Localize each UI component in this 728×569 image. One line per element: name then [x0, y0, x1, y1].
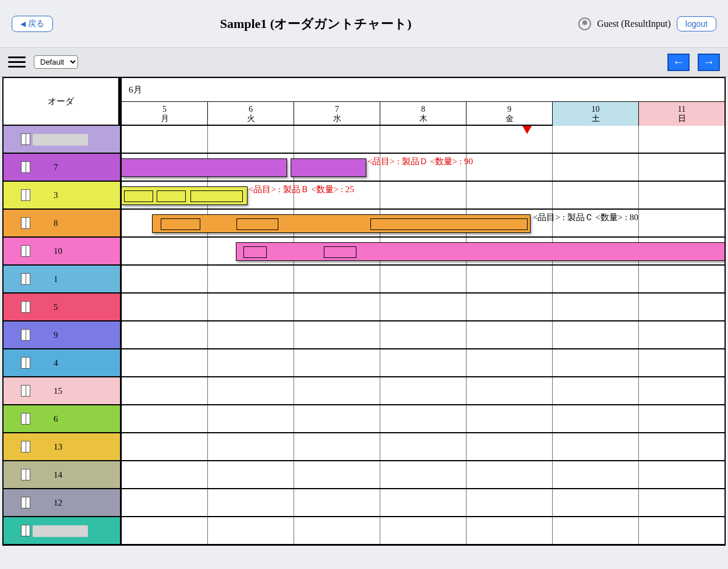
drag-handle-icon[interactable]: [21, 329, 30, 341]
timeline-row: [122, 126, 725, 154]
drag-handle-icon[interactable]: [21, 301, 30, 313]
gantt-chart: オーダ 273810159415613141211 6月 5月6火7水8木9金1…: [2, 77, 726, 546]
gantt-sub-bar[interactable]: [157, 190, 186, 202]
order-row[interactable]: 9: [3, 321, 120, 349]
back-button[interactable]: ◀ 戻る: [12, 16, 53, 32]
drag-handle-icon[interactable]: [21, 441, 30, 453]
order-id: 1: [54, 274, 58, 284]
timeline-row: [122, 349, 725, 377]
gantt-sub-bar[interactable]: [370, 218, 528, 230]
order-id: 8: [54, 218, 58, 228]
order-id: 10: [54, 246, 62, 256]
arrow-left-icon: ←: [673, 55, 684, 69]
drag-handle-icon[interactable]: [21, 161, 30, 173]
timeline-row: [122, 433, 725, 461]
gantt-sub-bar[interactable]: [236, 218, 278, 230]
gantt-bar-label: <品目> : 製品Ｂ <数量> : 25: [249, 184, 354, 195]
scroll-right-button[interactable]: →: [698, 54, 720, 71]
toolbar: Default ← →: [0, 48, 728, 77]
order-id: 11: [54, 526, 62, 536]
app-header: ◀ 戻る Sample1 (オーダガントチャート) Guest (ResultI…: [0, 0, 728, 48]
order-row[interactable]: 2: [3, 126, 120, 154]
timeline-row: [122, 294, 725, 321]
user-label: Guest (ResultInput): [597, 19, 671, 29]
drag-handle-icon[interactable]: [21, 385, 30, 397]
gantt-sub-bar[interactable]: [124, 190, 153, 202]
timeline-row: [122, 461, 725, 489]
order-row[interactable]: 12: [3, 489, 120, 517]
order-row[interactable]: 5: [3, 294, 120, 321]
timeline-row: [122, 489, 725, 517]
day-header: 11日: [639, 102, 725, 126]
order-id: 15: [54, 386, 62, 396]
order-row[interactable]: 7: [3, 154, 120, 182]
order-id: 5: [54, 302, 58, 312]
order-row[interactable]: 10: [3, 238, 120, 266]
back-label: 戻る: [28, 19, 44, 29]
timeline-row: [122, 405, 725, 433]
order-row[interactable]: 3: [3, 182, 120, 210]
order-id: 7: [54, 162, 58, 172]
order-row[interactable]: 1: [3, 266, 120, 294]
now-marker-icon: [522, 126, 532, 134]
order-row[interactable]: 8: [3, 210, 120, 238]
timeline-row: [122, 377, 725, 405]
day-header: 5月: [122, 102, 208, 126]
order-id: 4: [54, 358, 58, 368]
drag-handle-icon[interactable]: [21, 357, 30, 369]
menu-icon[interactable]: [8, 54, 26, 70]
days-row: 5月6火7水8木9金10土11日: [122, 102, 725, 126]
timeline-row: [122, 517, 725, 545]
order-id: 14: [54, 470, 62, 480]
order-id: 13: [54, 442, 62, 452]
gantt-timeline[interactable]: 6月 5月6火7水8木9金10土11日 <品目> : 製品Ｄ <数量> : 90…: [120, 78, 725, 545]
arrow-right-icon: →: [703, 55, 715, 69]
gantt-sub-bar[interactable]: [190, 190, 243, 202]
gantt-bar-label: <品目> : 製品Ｄ <数量> : 90: [367, 156, 473, 167]
gantt-bar[interactable]: [291, 158, 366, 177]
drag-handle-icon[interactable]: [21, 245, 30, 257]
gantt-sub-bar[interactable]: [324, 246, 356, 258]
month-label: 6月: [122, 78, 725, 102]
gantt-sub-bar[interactable]: [243, 246, 267, 258]
timeline-row: [122, 266, 725, 294]
drag-handle-icon[interactable]: [21, 497, 30, 508]
order-row[interactable]: 6: [3, 405, 120, 433]
gantt-bar-label: <品目> : 製品Ｃ <数量> : 80: [533, 212, 638, 223]
gantt-bar[interactable]: [122, 158, 287, 177]
order-id: 3: [54, 190, 58, 200]
drag-handle-icon[interactable]: [21, 525, 30, 536]
view-select[interactable]: Default: [34, 55, 78, 69]
scroll-left-button[interactable]: ←: [667, 54, 690, 71]
drag-handle-icon[interactable]: [21, 133, 30, 145]
gantt-bar[interactable]: [152, 214, 531, 233]
drag-handle-icon[interactable]: [21, 413, 30, 425]
gantt-sub-bar[interactable]: [161, 218, 200, 230]
day-header: 10土: [553, 102, 639, 126]
timeline-header: 6月 5月6火7水8木9金10土11日: [122, 78, 725, 126]
drag-handle-icon[interactable]: [21, 469, 30, 480]
order-row[interactable]: 11: [3, 517, 120, 545]
order-id: 2: [54, 135, 58, 144]
order-row[interactable]: 15: [3, 377, 120, 405]
day-header: 6火: [208, 102, 294, 126]
gantt-bar[interactable]: [236, 242, 726, 261]
page-title: Sample1 (オーダガントチャート): [53, 15, 578, 33]
order-id: 12: [54, 498, 62, 508]
drag-handle-icon[interactable]: [21, 273, 30, 285]
order-id: 9: [54, 330, 58, 340]
chevron-left-icon: ◀: [20, 20, 26, 28]
drag-handle-icon[interactable]: [21, 189, 30, 201]
order-row[interactable]: 13: [3, 433, 120, 461]
order-row[interactable]: 4: [3, 349, 120, 377]
user-area: Guest (ResultInput) logout: [578, 16, 716, 31]
drag-handle-icon[interactable]: [21, 217, 30, 229]
user-icon: [578, 17, 591, 30]
gantt-bar[interactable]: [122, 186, 248, 205]
day-header: 9金: [467, 102, 553, 126]
logout-button[interactable]: logout: [677, 16, 716, 31]
gantt-left-column: オーダ 273810159415613141211: [3, 78, 120, 545]
order-row[interactable]: 14: [3, 461, 120, 489]
gantt-left-header: オーダ: [3, 78, 120, 126]
day-header: 7水: [294, 102, 380, 126]
